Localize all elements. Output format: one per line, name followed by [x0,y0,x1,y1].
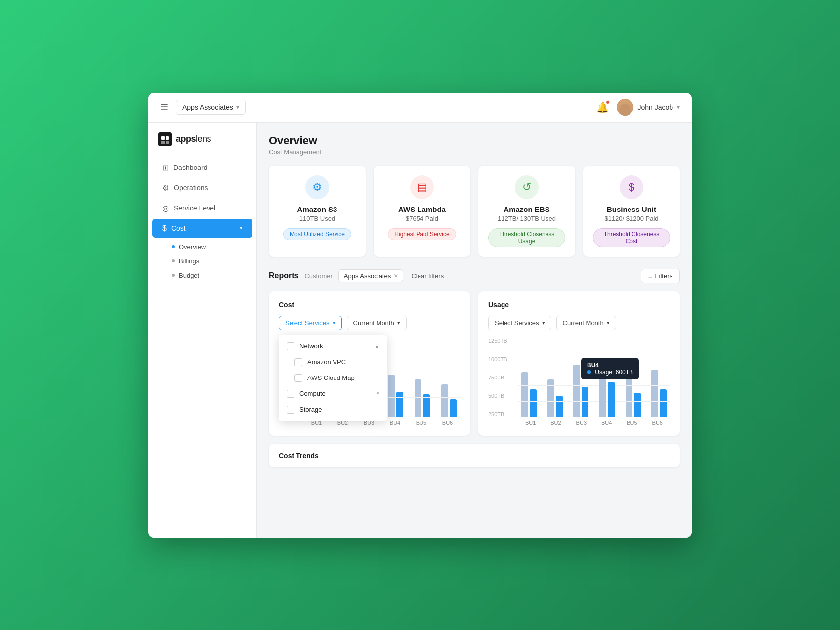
sidebar-item-service-level[interactable]: ◎ Service Level [152,199,252,218]
cost-trends-section: Cost Trends [269,444,680,467]
usage-bar-group-bu4: BU4 Usage: 600TB [596,377,618,417]
hamburger-icon[interactable]: ☰ [160,102,168,113]
usage-bu3-blue [582,387,588,417]
usage-chart-card: Usage Select Services ▾ Current Month ▾ [478,291,680,436]
usage-select-services-label: Select Services [495,319,539,327]
storage-checkbox[interactable] [287,406,294,414]
avatar [617,99,633,116]
card-value-s3: 110TB Used [299,215,335,222]
sidebar-item-dashboard[interactable]: ⊞ Dashboard [152,158,252,177]
bar-group-bu6 [438,384,461,417]
user-profile[interactable]: John Jacob ▾ [617,99,680,116]
logo-area: appslens [148,132,256,158]
usage-bu3-light [573,365,580,417]
svg-rect-0 [158,132,172,146]
aws-cloud-map-checkbox[interactable] [294,374,302,382]
app-body: appslens ⊞ Dashboard ⚙ Operations ◎ Serv… [148,123,692,538]
dropdown-amazon-vpc[interactable]: Amazon VPC [279,354,387,370]
user-name: John Jacob [637,103,673,111]
service-level-icon: ◎ [162,204,169,213]
usage-chart-title: Usage [488,301,670,309]
card-badge-ebs[interactable]: Threshold Closeness Usage [488,228,565,247]
sidebar-item-cost[interactable]: $ Cost ▾ [152,219,252,238]
bu5-light-bar [415,379,421,417]
usage-select-chevron: ▾ [542,320,545,326]
sidebar-item-label-cost: Cost [171,224,186,232]
cost-chart-controls: Select Services ▾ Current Month ▾ [279,316,461,330]
dropdown-aws-cloud-map[interactable]: AWS Cloud Map [279,370,387,386]
budget-dot [172,274,175,277]
dropdown-storage[interactable]: Storage [279,402,387,418]
card-value-bu: $1120/ $1200 Paid [604,215,658,222]
cost-x-bu4: BU4 [382,420,408,426]
svg-rect-2 [166,136,169,140]
charts-row: Cost Select Services ▾ Current Month ▾ [269,291,680,436]
dropdown-compute[interactable]: Compute ▾ [279,386,387,402]
reports-title: Reports [269,271,298,280]
usage-select-services[interactable]: Select Services ▾ [488,316,551,330]
filter-chip-text: Apps Associates [344,272,391,280]
cost-select-services-label: Select Services [285,319,330,327]
network-checkbox[interactable] [287,342,294,350]
logo-bold: apps [176,134,196,144]
amazon-vpc-checkbox[interactable] [294,358,302,366]
cost-chevron: ▾ [240,225,243,231]
bu5-blue-bar [423,394,430,417]
usage-bu1-blue [530,389,537,417]
sidebar-sub-budget[interactable]: Budget [166,268,256,283]
sidebar: appslens ⊞ Dashboard ⚙ Operations ◎ Serv… [148,123,257,538]
card-business-unit: $ Business Unit $1120/ $1200 Paid Thresh… [583,166,680,257]
usage-month-chevron: ▾ [607,320,610,326]
cost-icon: $ [162,224,167,233]
card-name-ebs: Amazon EBS [504,205,549,213]
card-badge-s3[interactable]: Most Utilized Service [283,228,351,240]
sidebar-sub-overview[interactable]: Overview [166,240,256,254]
filter-icon: ≡ [648,272,652,280]
cost-current-month[interactable]: Current Month ▾ [347,316,407,330]
cost-chart-title: Cost [279,301,461,309]
usage-bu4-light [599,377,606,417]
card-name-s3: Amazon S3 [297,205,337,213]
dropdown-network[interactable]: Network ▲ [279,338,387,354]
compute-checkbox[interactable] [287,390,294,398]
sidebar-item-label-service-level: Service Level [174,204,215,212]
card-badge-bu[interactable]: Threshold Closeness Cost [593,228,670,247]
usage-bu6-blue [660,389,667,417]
tooltip-label: BU4 [587,362,599,369]
usage-bu6-light [651,370,658,417]
billings-dot [172,259,175,262]
svg-rect-4 [166,141,169,144]
usage-chart-wrapper: 1250TB 1000TB 750TB 500TB 250TB [488,338,670,426]
cost-x-bu6: BU6 [434,420,461,426]
notification-button[interactable]: 🔔 [596,101,609,113]
bu6-blue-bar [450,399,457,417]
app-window: ☰ Apps Associates ▾ 🔔 John Jacob ▾ [148,93,692,538]
chip-close-icon[interactable]: × [394,272,398,280]
usage-current-month-label: Current Month [563,319,604,327]
y-label-250: 250TB [488,411,507,417]
logo-light: lens [196,134,211,144]
filters-button[interactable]: ≡ Filters [641,269,680,283]
usage-current-month[interactable]: Current Month ▾ [556,316,616,330]
svg-rect-1 [161,136,165,140]
usage-bu4-blue [608,382,615,417]
sidebar-item-operations[interactable]: ⚙ Operations [152,178,252,198]
network-expand: ▲ [374,343,379,349]
filter-chip-apps-associates[interactable]: Apps Associates × [338,269,404,282]
cost-select-services[interactable]: Select Services ▾ [279,316,342,330]
card-badge-lambda[interactable]: Highest Paid Service [388,228,456,240]
card-name-lambda: AWS Lambda [398,205,446,213]
cost-current-month-label: Current Month [353,319,394,327]
usage-bars-area: BU4 Usage: 600TB [518,338,670,417]
cost-month-chevron: ▾ [397,320,400,326]
aws-cloud-map-label: AWS Cloud Map [307,374,355,381]
logo-text: appslens [176,134,211,144]
dashboard-icon: ⊞ [162,163,168,172]
sidebar-sub-billings[interactable]: Billings [166,254,256,268]
page-subtitle: Cost Management [269,148,680,156]
org-selector[interactable]: Apps Associates ▾ [176,100,246,115]
header-left: ☰ Apps Associates ▾ [160,100,596,115]
clear-filters-button[interactable]: Clear filters [411,272,444,280]
reports-header: Reports Customer Apps Associates × Clear… [269,269,680,283]
card-aws-lambda: ▤ AWS Lambda $7654 Paid Highest Paid Ser… [374,166,470,257]
